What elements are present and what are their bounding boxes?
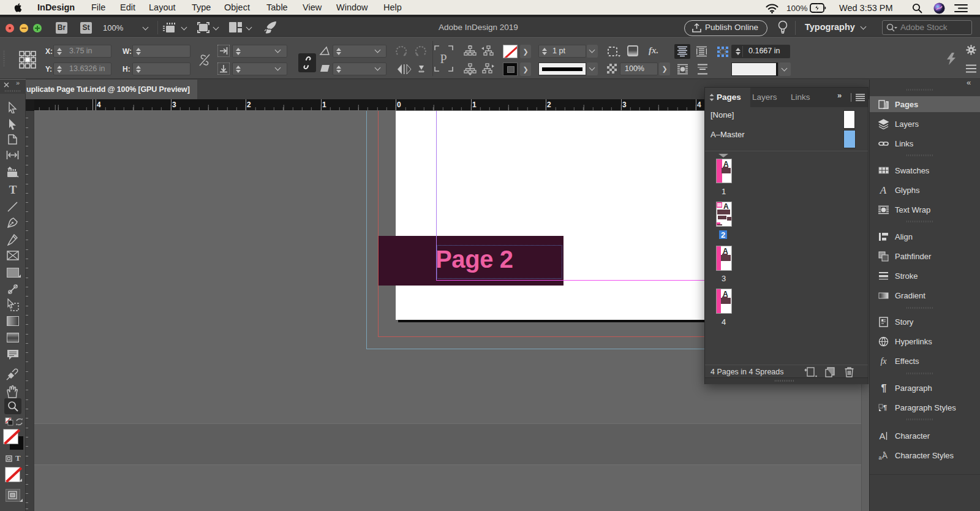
svg-text:P: P	[440, 52, 447, 66]
svg-text:A: A	[879, 431, 885, 441]
svg-text:T: T	[9, 184, 17, 195]
svg-text:fx: fx	[880, 357, 887, 366]
svg-text:¶: ¶	[881, 383, 887, 393]
svg-text:¶: ¶	[883, 404, 887, 411]
svg-text:A: A	[880, 185, 887, 195]
svg-text:a: a	[878, 455, 881, 461]
